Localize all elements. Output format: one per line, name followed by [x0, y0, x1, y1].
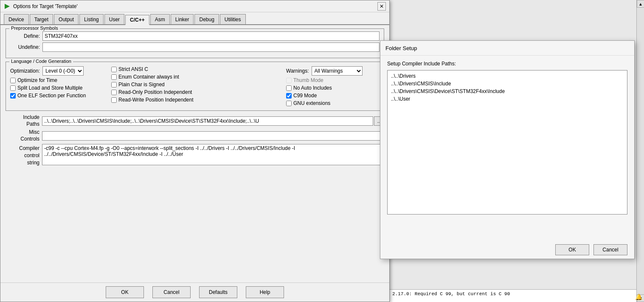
folder-content: Setup Compiler Include Paths: ..\..\Driv…	[380, 56, 634, 220]
compiler-string-area: Compilercontrolstring -c99 -c --cpu Cort…	[6, 144, 384, 166]
preprocessor-label: Preprocessor Symbols	[9, 25, 60, 31]
one-elf-checkbox[interactable]	[10, 93, 16, 99]
tab-asm[interactable]: Asm	[150, 14, 170, 24]
optimize-time-checkbox[interactable]	[10, 78, 16, 83]
read-only-row: Read-Only Position Independent	[111, 89, 283, 95]
gnu-extensions-label: GNU extensions	[293, 100, 330, 106]
plain-char-label: Plain Char is Signed	[118, 82, 165, 87]
thumb-mode-row: Thumb Mode	[286, 77, 380, 83]
gnu-extensions-checkbox[interactable]	[286, 101, 292, 106]
no-auto-includes-row: No Auto Includes	[286, 85, 380, 91]
split-load-row: Split Load and Store Multiple	[10, 85, 108, 91]
tab-cpp[interactable]: C/C++	[125, 15, 149, 25]
folder-dialog-title: Folder Setup	[385, 45, 417, 51]
include-paths-input[interactable]	[42, 116, 373, 126]
plain-char-checkbox[interactable]	[111, 82, 117, 87]
warnings-label: Warnings:	[286, 68, 309, 74]
strict-ansi-checkbox[interactable]	[111, 67, 117, 72]
dialog-buttons: OK Cancel Defaults Help	[0, 282, 389, 302]
optimization-row: Optimization: Level 0 (-O0) Level 1 (-O1…	[10, 66, 108, 76]
path-item-2: ..\..\Drivers\CMSIS\Device\ST\STM32F4xx\…	[389, 87, 625, 95]
language-group: Language / Code Generation Optimization:…	[6, 62, 384, 111]
compiler-string-textarea[interactable]: -c99 -c --cpu Cortex-M4.fp -g -O0 --apcs…	[42, 144, 384, 165]
optimize-time-label: Optimize for Time	[17, 77, 57, 83]
define-row: Define:	[10, 31, 380, 41]
tab-output[interactable]: Output	[54, 14, 79, 24]
enum-container-checkbox[interactable]	[111, 74, 117, 80]
c99-mode-row: C99 Mode	[286, 93, 380, 99]
title-bar-left: Options for Target 'Template'	[4, 3, 78, 10]
optimization-label: Optimization:	[10, 68, 40, 74]
one-elf-label: One ELF Section per Function	[17, 93, 86, 99]
c99-mode-label: C99 Mode	[293, 93, 317, 99]
dialog-title: Options for Target 'Template'	[13, 3, 78, 9]
help-button[interactable]: Help	[246, 286, 284, 298]
split-load-label: Split Load and Store Multiple	[17, 85, 82, 91]
path-item-1: ..\..\Drivers\CMSIS\Include	[389, 80, 625, 87]
no-auto-includes-checkbox[interactable]	[286, 85, 292, 91]
tabs-container: Device Target Output Listing User C/C++ …	[0, 12, 389, 25]
tab-device[interactable]: Device	[4, 14, 29, 24]
enum-container-label: Enum Container always int	[118, 74, 179, 80]
folder-subtitle: Setup Compiler Include Paths:	[387, 61, 627, 67]
strict-ansi-row: Strict ANSI C	[111, 66, 283, 72]
undefine-input[interactable]	[42, 42, 380, 52]
misc-controls-input[interactable]	[42, 131, 384, 141]
lang-col3: Warnings: No Warnings All Warnings MISRA…	[286, 66, 380, 106]
path-item-0: ..\..\Drivers	[389, 72, 625, 80]
cancel-button[interactable]: Cancel	[152, 286, 191, 298]
close-button[interactable]: ✕	[377, 2, 386, 11]
include-paths-row: IncludePaths ...	[6, 114, 384, 127]
folder-buttons: OK Cancel	[380, 239, 634, 259]
scroll-up-arrow[interactable]: ▲	[637, 0, 644, 8]
misc-controls-row: MiscControls	[6, 129, 384, 142]
folder-paths-list[interactable]: ..\..\Drivers ..\..\Drivers\CMSIS\Includ…	[387, 70, 627, 215]
lang-col1: Optimization: Level 0 (-O0) Level 1 (-O1…	[10, 66, 108, 106]
lang-col2: Strict ANSI C Enum Container always int …	[111, 66, 283, 106]
define-label: Define:	[10, 33, 40, 39]
gnu-extensions-row: GNU extensions	[286, 100, 380, 106]
tab-user[interactable]: User	[104, 14, 124, 24]
warnings-row: Warnings: No Warnings All Warnings MISRA…	[286, 66, 380, 76]
misc-controls-label: MiscControls	[6, 129, 39, 142]
one-elf-row: One ELF Section per Function	[10, 93, 108, 99]
undefine-label: Undefine:	[10, 44, 40, 50]
folder-title-bar: Folder Setup	[380, 41, 634, 56]
tab-utilities[interactable]: Utilities	[220, 14, 246, 24]
optimization-select[interactable]: Level 0 (-O0) Level 1 (-O1) Level 2 (-O2…	[42, 66, 84, 76]
tab-debug[interactable]: Debug	[194, 14, 219, 24]
language-label: Language / Code Generation	[9, 59, 73, 64]
main-dialog: Options for Target 'Template' ✕ Device T…	[0, 0, 390, 302]
right-scrollbar[interactable]: ▲ ▼	[636, 0, 644, 302]
app-logo-icon	[4, 3, 11, 10]
title-bar: Options for Target 'Template' ✕	[0, 0, 389, 12]
warnings-select[interactable]: No Warnings All Warnings MISRA C 2004	[312, 66, 363, 76]
ok-button[interactable]: OK	[106, 286, 144, 298]
undefine-row: Undefine:	[10, 42, 380, 52]
pin-icon: 🔔	[635, 294, 642, 300]
split-load-checkbox[interactable]	[10, 85, 16, 91]
dialog-content: Preprocessor Symbols Define: Undefine: L…	[0, 25, 389, 172]
tab-target[interactable]: Target	[30, 14, 53, 24]
c99-mode-checkbox[interactable]	[286, 93, 292, 99]
tab-listing[interactable]: Listing	[79, 14, 104, 24]
strict-ansi-label: Strict ANSI C	[118, 66, 148, 72]
enum-container-row: Enum Container always int	[111, 74, 283, 80]
folder-cancel-button[interactable]: Cancel	[593, 244, 627, 255]
thumb-mode-checkbox[interactable]	[286, 78, 292, 83]
tab-linker[interactable]: Linker	[171, 14, 194, 24]
read-only-checkbox[interactable]	[111, 90, 117, 95]
compiler-string-label: Compilercontrolstring	[6, 144, 39, 166]
console-area: 2.17.0: Required C 99, but current is C …	[390, 289, 636, 302]
defaults-button[interactable]: Defaults	[199, 286, 237, 298]
console-text: 2.17.0: Required C 99, but current is C …	[392, 291, 510, 296]
path-item-3: ..\..\User	[389, 95, 625, 103]
define-input[interactable]	[42, 31, 380, 41]
folder-ok-button[interactable]: OK	[555, 244, 589, 255]
include-paths-label: IncludePaths	[6, 114, 39, 127]
read-write-checkbox[interactable]	[111, 97, 117, 103]
plain-char-row: Plain Char is Signed	[111, 82, 283, 87]
read-write-row: Read-Write Position Independent	[111, 97, 283, 103]
optimize-time-row: Optimize for Time	[10, 77, 108, 83]
preprocessor-group: Preprocessor Symbols Define: Undefine:	[6, 28, 384, 58]
